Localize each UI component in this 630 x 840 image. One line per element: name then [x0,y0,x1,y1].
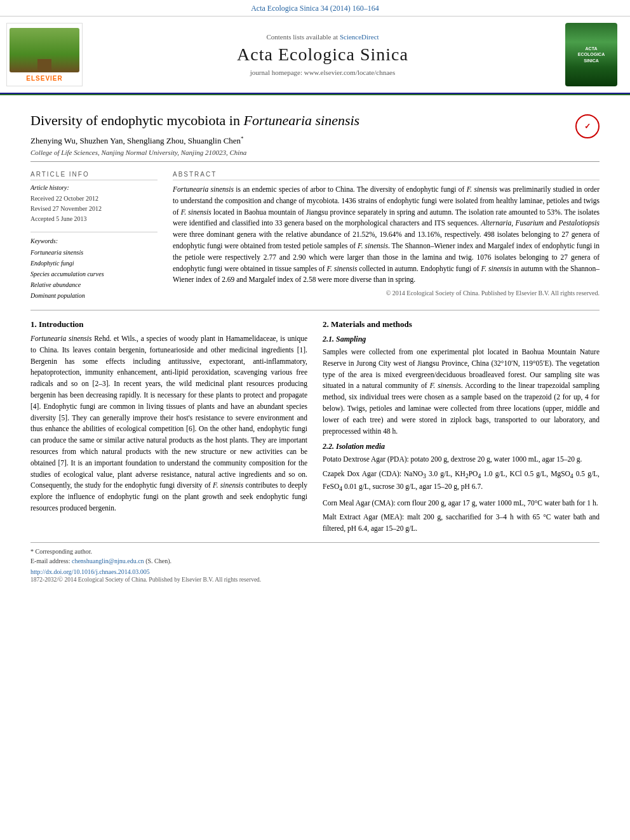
main-content: Diversity of endophytic mycobiota in For… [0,95,630,593]
article-info-col: Article Info Article history: Received 2… [30,171,158,301]
journal-title: Acta Ecologica Sinica [237,44,408,65]
media-text-3: Corn Meal Agar (CMA): corn flour 200 g, … [323,498,600,509]
crossmark-icon: ✓ [575,114,600,138]
media-text-4: Malt Extract Agar (MEA): malt 200 g, sac… [323,512,600,535]
intro-title: 1. Introduction [30,319,307,330]
journal-ref-text: Acta Ecologica Sinica 34 (2014) 160–164 [251,4,379,13]
sciencedirect-line: Contents lists available at ScienceDirec… [266,33,379,41]
history-label: Article history: [30,184,158,191]
abstract-copyright: © 2014 Ecological Society of China. Publ… [173,290,600,297]
article-title-section: Diversity of endophytic mycobiota in For… [30,103,600,162]
doi-line[interactable]: http://dx.doi.org/10.1016/j.chnaes.2014.… [30,568,600,575]
acta-logo-graphic: ACTAECOLOGICASINICA [565,23,617,86]
journal-homepage: journal homepage: www.elsevier.com/locat… [250,69,395,76]
subsection-2-1: 2.1. Sampling [323,335,600,344]
body-right-col: 2. Materials and methods 2.1. Sampling S… [323,319,600,535]
authors-line: Zhenying Wu, Shuzhen Yan, Shengliang Zho… [30,135,565,146]
article-info-heading: Article Info [30,171,158,180]
keyword-2: Endophytic fungi [30,258,158,269]
article-history-block: Article history: Received 22 October 201… [30,184,158,224]
sampling-text: Samples were collected from one experime… [323,347,600,437]
footnotes: * Corresponding author. E-mail address: … [30,542,600,583]
elsevier-logo: ELSEVIER [6,23,83,86]
elsevier-wordmark: ELSEVIER [26,75,62,82]
body-left-col: 1. Introduction Fortunearia sinensis Reh… [30,319,307,535]
body-content: 1. Introduction Fortunearia sinensis Reh… [30,319,600,535]
journal-header: ELSEVIER Contents lists available at Sci… [0,17,630,94]
header-center-block: Contents lists available at ScienceDirec… [89,23,556,86]
keyword-3: Species accumulation curves [30,269,158,279]
abstract-col: Abstract Fortunearia sinensis is an ende… [173,171,600,301]
email-address[interactable]: chenshuanglin@njnu.edu.cn [72,557,144,564]
affiliation-line: College of Life Sciences, Nanjing Normal… [30,149,565,156]
keyword-4: Relative abundance [30,279,158,290]
accepted-date: Accepted 5 June 2013 [30,214,158,224]
intro-text: Fortunearia sinensis Rehd. et Wils., a s… [30,333,307,514]
article-title-block: Diversity of endophytic mycobiota in For… [30,112,565,156]
journal-reference-bar: Acta Ecologica Sinica 34 (2014) 160–164 [0,0,630,17]
sciencedirect-link[interactable]: ScienceDirect [340,33,379,41]
keyword-1: Fortunearia sinensis [30,247,158,258]
keywords-block: Keywords: Fortunearia sinensis Endophyti… [30,237,158,301]
corresponding-author: * Corresponding author. [30,547,600,556]
revised-date: Revised 27 November 2012 [30,204,158,214]
email-line: E-mail address: chenshuanglin@njnu.edu.c… [30,556,600,566]
tree-graphic [10,28,79,72]
keyword-5: Dominant population [30,290,158,301]
crossmark-badge: ✓ [575,114,600,138]
subsection-2-2: 2.2. Isolation media [323,442,600,451]
methods-title: 2. Materials and methods [323,319,600,330]
keywords-label: Keywords: [30,237,158,244]
abstract-text: Fortunearia sinensis is an endemic speci… [173,184,600,286]
acta-logo: ACTAECOLOGICASINICA [563,23,620,86]
section-divider [30,310,600,310]
footer-copyright: 1872-2032/© 2014 Ecological Society of C… [30,577,600,583]
received-date: Received 22 October 2012 [30,194,158,204]
abstract-heading: Abstract [173,171,600,180]
article-info-abstract: Article Info Article history: Received 2… [30,171,600,301]
media-text-1: Potato Dextrose Agar (PDA): potato 200 g… [323,454,600,465]
media-text-2: Czapek Dox Agar (CDA): NaNO3 3.0 g/L, KH… [323,469,600,494]
article-title: Diversity of endophytic mycobiota in For… [30,112,565,130]
